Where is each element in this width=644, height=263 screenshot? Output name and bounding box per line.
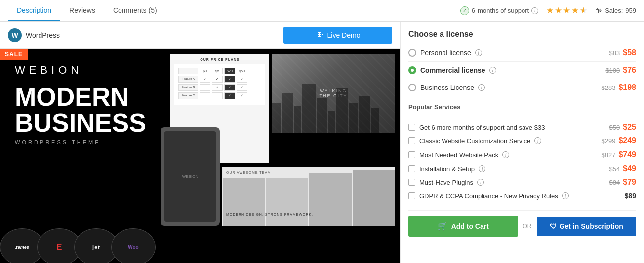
design-screenshot: MODERN DESIGN. STRONG FRAMEWORK. OUR AWE…	[222, 167, 395, 226]
commercial-new-price: $76	[623, 66, 636, 75]
service-plugins-label: Must-Have Plugins	[419, 179, 473, 186]
bottom-actions: 🛒 Add to Cart OR 🛡 Get in Subscription	[408, 210, 636, 237]
sales-count: 959	[625, 7, 636, 14]
license-commercial: Commercial license i $108 $76	[408, 62, 636, 79]
radio-business[interactable]	[408, 84, 416, 91]
business-license-label: Business License	[420, 84, 474, 91]
checkbox-installation[interactable]	[408, 165, 415, 172]
tab-description[interactable]: Description	[8, 0, 60, 21]
service-support-label: Get 6 more months of support and save $3…	[419, 124, 545, 131]
design-label: MODERN DESIGN. STRONG FRAMEWORK.	[226, 213, 313, 216]
nav-right-section: ✓ 6 months of support i ★ ★ ★ ★ ★★ 🛍 Sal…	[460, 5, 636, 16]
live-demo-button[interactable]: 👁 Live Demo	[283, 27, 392, 44]
service-gdpr: GDPR & CCPA Compliance - New Privacy Rul…	[408, 189, 636, 202]
webion-title: WEBION MODERN BUSINESS WORDPRESS THEME	[15, 64, 146, 145]
sale-badge: SALE	[0, 49, 28, 60]
plugins-old-price: $84	[609, 179, 620, 186]
plugins-info-icon[interactable]: i	[477, 179, 484, 186]
sub-headline: WORDPRESS THEME	[15, 139, 146, 145]
headline-2: BUSINESS	[15, 108, 146, 137]
installation-old-price: $54	[609, 165, 620, 173]
tech-icons: zëmes E jet Woo	[0, 228, 400, 263]
service-installation-label: Installation & Setup	[419, 165, 475, 173]
tab-comments[interactable]: Comments (5)	[104, 0, 166, 21]
plugins-new-price: $79	[623, 178, 636, 187]
preview-area: SALE WEBION MODERN BUSINESS WORDPRESS TH…	[0, 49, 400, 263]
customization-info-icon[interactable]: i	[534, 137, 541, 144]
add-to-cart-button[interactable]: 🛒 Add to Cart	[408, 216, 518, 237]
radio-commercial[interactable]	[408, 66, 416, 74]
license-business: Business License i $283 $198	[408, 79, 636, 96]
brand-name: WEBION	[15, 64, 146, 79]
service-installation: Installation & Setup i $54 $49	[408, 162, 636, 175]
star-1: ★	[546, 5, 554, 16]
get-in-subscription-button[interactable]: 🛡 Get in Subscription	[537, 217, 637, 236]
nav-tabs: Description Reviews Comments (5)	[8, 0, 166, 21]
wordpress-logo: W WordPress	[8, 28, 60, 42]
star-4: ★	[571, 5, 579, 16]
website-pack-old-price: $827	[601, 151, 615, 159]
support-info-icon[interactable]: i	[531, 7, 538, 14]
checkbox-support[interactable]	[408, 124, 415, 131]
commercial-info-icon[interactable]: i	[489, 67, 496, 74]
checkbox-website-pack[interactable]	[408, 151, 415, 158]
woo-icon: Woo	[111, 228, 156, 263]
live-demo-label: Live Demo	[327, 31, 361, 39]
personal-info-icon[interactable]: i	[475, 49, 482, 56]
rating-stars: ★ ★ ★ ★ ★★	[546, 5, 587, 16]
mobile-screenshot: WEBION	[161, 127, 220, 226]
star-half: ★★	[580, 5, 587, 16]
support-new-price: $25	[623, 123, 636, 132]
sales-label: Sales:	[605, 7, 623, 14]
personal-license-label: Personal license	[420, 49, 471, 57]
city-screenshot: WALKING THE CITY	[272, 54, 395, 133]
star-3: ★	[563, 5, 570, 16]
phone-preview-label: WEBION	[182, 175, 198, 179]
website-pack-info-icon[interactable]: i	[502, 151, 509, 158]
support-old-price: $58	[609, 124, 620, 131]
gdpr-new-price: $89	[625, 192, 636, 200]
service-website-pack: Most Needed Website Pack i $827 $749	[408, 148, 636, 162]
service-plugins: Must-Have Plugins i $84 $79	[408, 175, 636, 189]
customization-new-price: $249	[618, 136, 636, 145]
support-badge: ✓ 6 months of support i	[460, 6, 538, 15]
radio-personal[interactable]	[408, 49, 416, 57]
installation-new-price: $49	[623, 164, 636, 173]
sales-badge: 🛍 Sales: 959	[595, 6, 636, 15]
top-navigation: Description Reviews Comments (5) ✓ 6 mon…	[0, 0, 644, 22]
service-website-pack-label: Most Needed Website Pack	[419, 151, 498, 159]
license-personal: Personal license i $83 $58	[408, 44, 636, 62]
wordpress-icon: W	[8, 28, 22, 42]
commercial-license-label: Commercial license	[420, 66, 485, 74]
website-pack-new-price: $749	[618, 150, 636, 159]
personal-old-price: $83	[609, 49, 620, 57]
left-panel: W WordPress 👁 Live Demo SALE WEBION MODE…	[0, 22, 400, 263]
eye-icon: 👁	[316, 31, 323, 40]
license-title: Choose a license	[408, 30, 636, 39]
star-2: ★	[555, 5, 562, 16]
checkbox-customization[interactable]	[408, 137, 415, 144]
commercial-old-price: $108	[605, 67, 620, 74]
cart-icon: 🛒	[438, 221, 447, 231]
gdpr-info-icon[interactable]: i	[562, 192, 569, 199]
shield-icon: 🛡	[550, 222, 557, 230]
pricing-label: OUR PRICE PLANS	[174, 58, 265, 61]
business-info-icon[interactable]: i	[478, 84, 485, 91]
tab-reviews[interactable]: Reviews	[60, 0, 104, 21]
add-to-cart-label: Add to Cart	[451, 222, 489, 230]
services-section-title: Popular Services	[408, 103, 636, 111]
installation-info-icon[interactable]: i	[479, 165, 485, 172]
customization-old-price: $299	[601, 137, 615, 145]
business-new-price: $198	[618, 83, 636, 92]
main-headline: MODERN BUSINESS	[15, 84, 146, 135]
checkbox-gdpr[interactable]	[408, 192, 415, 199]
team-photos	[222, 167, 395, 226]
wordpress-label: WordPress	[26, 31, 60, 39]
checkbox-plugins[interactable]	[408, 179, 415, 186]
service-gdpr-label: GDPR & CCPA Compliance - New Privacy Rul…	[419, 192, 558, 200]
or-label: OR	[523, 223, 532, 230]
service-customization: Classic Website Customization Service i …	[408, 134, 636, 148]
check-icon: ✓	[460, 6, 469, 15]
service-support: Get 6 more months of support and save $3…	[408, 120, 636, 134]
support-label: months of support	[478, 7, 529, 14]
